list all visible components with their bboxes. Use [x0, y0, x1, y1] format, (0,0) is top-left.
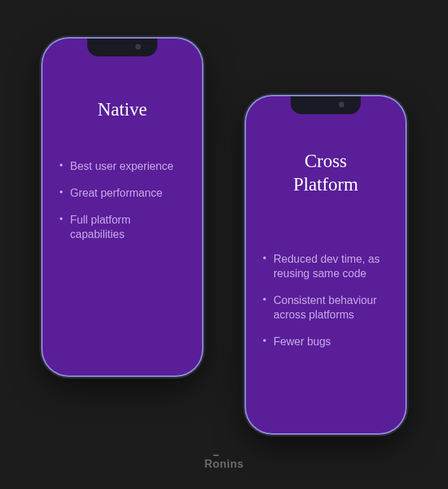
- feature-list-native: Best user experience Great performance F…: [43, 159, 202, 241]
- phone-native: Native Best user experience Great perfor…: [43, 39, 202, 376]
- brand-logo: Ronins: [204, 458, 243, 470]
- camera-icon: [135, 44, 141, 50]
- phone-notch: [87, 39, 157, 56]
- phone-notch: [291, 96, 361, 114]
- phone-title-cross-platform: Cross Platform: [246, 150, 405, 197]
- list-item: Reduced dev time, as reusing same code: [273, 252, 390, 281]
- camera-icon: [339, 102, 344, 107]
- title-line: Cross: [304, 151, 347, 171]
- title-line: Platform: [293, 174, 359, 195]
- list-item: Best user experience: [70, 159, 187, 173]
- feature-list-cross-platform: Reduced dev time, as reusing same code C…: [246, 252, 405, 349]
- list-item: Fewer bugs: [273, 334, 390, 349]
- list-item: Full platform capabilities: [70, 213, 187, 241]
- phone-cross-platform: Cross Platform Reduced dev time, as reus…: [246, 96, 405, 433]
- list-item: Great performance: [70, 186, 187, 200]
- phone-title-native: Native: [43, 99, 202, 120]
- list-item: Consistent behaviour across platforms: [273, 293, 390, 322]
